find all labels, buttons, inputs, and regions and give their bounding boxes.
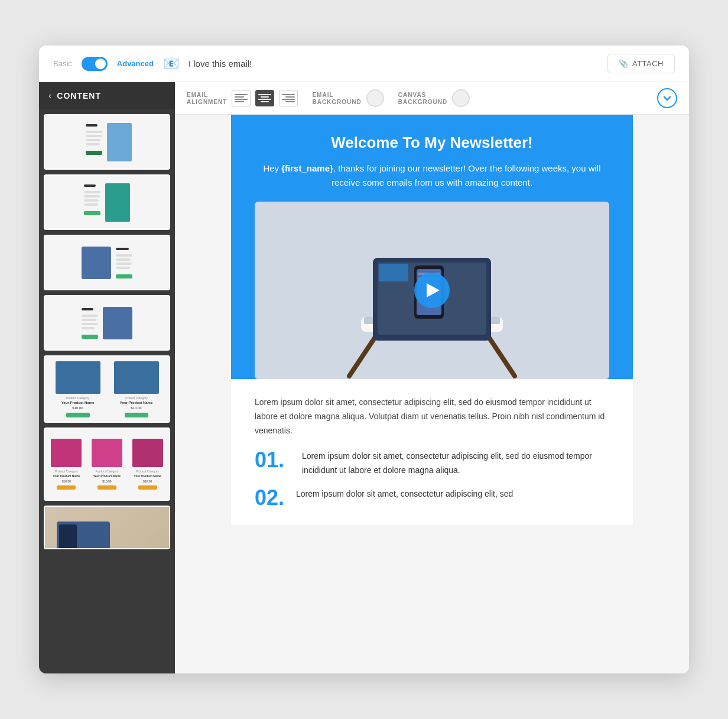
email-bg-label2: BACKGROUND — [312, 99, 361, 105]
canvas-bg-group: CANVAS BACKGROUND — [398, 89, 470, 107]
align-right-button[interactable] — [279, 90, 298, 106]
template-item[interactable] — [44, 506, 170, 549]
collapse-button[interactable] — [657, 88, 677, 108]
back-arrow-icon[interactable]: ‹ — [48, 90, 52, 101]
alignment-group: EMAIL ALIGNMENT — [187, 90, 298, 106]
subject-input[interactable] — [188, 56, 598, 71]
sidebar: ‹ CONTENT — [39, 82, 175, 673]
item-text-2: Lorem ipsum dolor sit amet, consectetur … — [296, 487, 513, 501]
email-content: Lorem ipsum dolor sit amet, consectetur … — [231, 379, 633, 525]
email-icon: 📧 — [163, 56, 179, 72]
email-hero-body: Hey {first_name}, thanks for joining our… — [255, 161, 609, 190]
item-number-1: 01. — [255, 449, 290, 478]
email-title: Welcome To My Newsletter! — [255, 134, 609, 152]
mode-advanced-label: Advanced — [117, 59, 154, 68]
numbered-item-2: 02. Lorem ipsum dolor sit amet, consecte… — [255, 487, 609, 509]
editor-toolbar: EMAIL ALIGNMENT — [175, 82, 689, 115]
content-area: EMAIL ALIGNMENT — [175, 82, 689, 673]
mode-basic-label: Basic — [53, 59, 72, 68]
email-body: Welcome To My Newsletter! Hey {first_nam… — [231, 115, 633, 525]
item-text-1: Lorem ipsum dolor sit amet, consectetur … — [302, 449, 609, 478]
template-item[interactable]: Product Category Your Product Name $10.0… — [44, 427, 170, 501]
template-preview-3 — [45, 236, 169, 289]
play-button[interactable] — [414, 273, 450, 308]
main-layout: ‹ CONTENT — [39, 82, 689, 673]
canvas-bg-label: CANVAS — [398, 92, 447, 98]
align-right-icon — [280, 92, 297, 104]
align-center-button[interactable] — [255, 90, 274, 106]
svg-rect-14 — [379, 264, 408, 281]
numbered-item-1: 01. Lorem ipsum dolor sit amet, consecte… — [255, 449, 609, 478]
template-item[interactable] — [44, 114, 170, 170]
alignment-label2: ALIGNMENT — [187, 99, 227, 105]
template-preview-4 — [45, 296, 169, 349]
template-preview-5: Product Category Your Product Name $10.0… — [45, 357, 169, 422]
mode-toggle[interactable] — [82, 57, 108, 71]
canvas-bg-color-picker[interactable] — [452, 89, 470, 107]
alignment-label: EMAIL — [187, 92, 227, 98]
canvas-bg-label2: BACKGROUND — [398, 99, 447, 105]
template-item[interactable] — [44, 235, 170, 290]
email-bg-label: EMAIL — [312, 92, 361, 98]
template-item[interactable] — [44, 174, 170, 230]
top-bar: Basic Advanced 📧 📎 ATTACH — [39, 46, 689, 82]
email-body-paragraph: Lorem ipsum dolor sit amet, consectetur … — [255, 396, 609, 438]
chevron-down-icon — [662, 93, 672, 103]
email-bg-group: EMAIL BACKGROUND — [312, 89, 384, 107]
video-thumbnail[interactable] — [255, 202, 609, 379]
sidebar-header: ‹ CONTENT — [39, 82, 175, 109]
template-preview-7 — [45, 507, 169, 548]
align-left-button[interactable] — [232, 90, 251, 106]
item-number-2: 02. — [255, 487, 284, 509]
paperclip-icon: 📎 — [619, 59, 629, 68]
align-center-icon — [256, 92, 273, 104]
email-preview[interactable]: Welcome To My Newsletter! Hey {first_nam… — [175, 115, 689, 673]
template-item[interactable] — [44, 295, 170, 351]
sidebar-title: CONTENT — [57, 91, 101, 101]
template-item[interactable]: Product Category Your Product Name $10.0… — [44, 355, 170, 423]
play-icon — [427, 283, 440, 297]
attach-button[interactable]: 📎 ATTACH — [607, 54, 675, 73]
template-preview-2 — [45, 176, 169, 229]
email-bg-color-picker[interactable] — [366, 89, 384, 107]
email-hero: Welcome To My Newsletter! Hey {first_nam… — [231, 115, 633, 379]
template-list: Product Category Your Product Name $10.0… — [39, 109, 175, 554]
template-preview-1 — [45, 115, 169, 169]
template-preview-6: Product Category Your Product Name $10.0… — [45, 429, 169, 500]
align-left-icon — [233, 92, 249, 104]
app-container: Basic Advanced 📧 📎 ATTACH ‹ CONTENT — [39, 46, 689, 673]
